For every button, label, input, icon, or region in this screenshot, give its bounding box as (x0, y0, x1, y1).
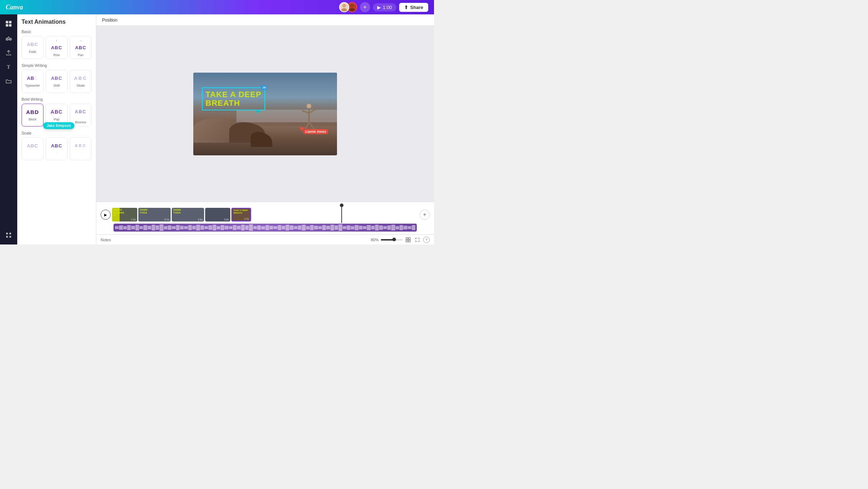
anim-scale1-preview: ABC (27, 141, 38, 151)
cursor-lianne: ▶ Lianne Jones (300, 124, 305, 132)
anim-fade-preview: ABC (27, 39, 38, 49)
clip-2-label: DAWNYOGA (140, 209, 147, 214)
canvas-viewport: JS TAKE A DEEP BREATH ▶ Lianne Jones ▶ (96, 26, 434, 202)
clip-2[interactable]: DAWNYOGA 6.2s (138, 208, 171, 221)
section-simple-writing-label: Simple Writing (22, 63, 92, 68)
anim-skate[interactable]: ABC Skate (70, 70, 92, 93)
sidebar-item-apps[interactable] (2, 229, 15, 242)
play-icon: ▶ (377, 5, 381, 10)
clip-5[interactable]: TAKE A DEEPBREATH 2.2s (231, 208, 251, 221)
clip-1[interactable]: SANTASOLANANI 3.8s (112, 208, 137, 221)
svg-line-20 (309, 122, 315, 129)
canvas-frame: JS TAKE A DEEP BREATH ▶ Lianne Jones ▶ (193, 73, 337, 155)
svg-point-0 (342, 4, 346, 8)
section-bold-writing-label: Bold Writing (22, 97, 92, 101)
clips-row: SANTASOLANANI 3.8s DAWNYOGA 6.2s DAWNYOG… (112, 208, 418, 221)
section-basic-label: Basic (22, 29, 92, 34)
svg-rect-14 (9, 236, 11, 238)
clip-1-label: SANTASOLANANI (114, 209, 124, 217)
basic-animations-grid: ABC Fade ↑ ABC Rise → ABC Pan (22, 36, 92, 59)
clip-2-time: 6.2s (165, 218, 169, 221)
panel-title: Text Animations (22, 19, 92, 25)
add-clip-button[interactable]: + (420, 210, 430, 220)
sidebar-item-text[interactable]: T (2, 60, 15, 73)
sidebar-item-layout[interactable] (2, 17, 15, 30)
svg-rect-12 (9, 233, 11, 234)
anim-pan-preview: ABC (75, 42, 86, 52)
zoom-level: 80% (371, 238, 379, 242)
canvas-area: Position (96, 14, 434, 244)
svg-rect-7 (9, 24, 11, 27)
svg-rect-4 (6, 21, 8, 23)
zoom-slider-thumb (392, 238, 396, 241)
anim-fade-label: Fade (29, 50, 36, 54)
anim-shift[interactable]: ABC Shift (46, 70, 68, 93)
svg-text:T: T (7, 64, 10, 70)
audio-track[interactable] (114, 224, 417, 232)
sidebar-icons: T (0, 14, 17, 244)
anim-fade[interactable]: ABC Fade (22, 36, 43, 59)
cursor-label-lianne: Lianne Jones (303, 129, 328, 134)
play-button[interactable]: ▶ (101, 210, 111, 220)
anim-pan[interactable]: → ABC Pan (70, 36, 92, 59)
jake-tooltip-label: Jake Simpson (43, 122, 74, 129)
sidebar-item-elements[interactable] (2, 32, 15, 45)
svg-point-3 (349, 8, 355, 12)
add-collaborator-button[interactable]: + (360, 2, 370, 12)
position-tab[interactable]: Position (102, 18, 117, 23)
svg-point-1 (341, 8, 347, 12)
anim-pan-label: Pan (78, 53, 83, 57)
anim-typewriter-label: Typewriter (25, 84, 40, 87)
clip-5-time: 2.2s (244, 218, 249, 220)
canvas-topbar: Position (96, 14, 434, 26)
anim-shift-label: Shift (53, 84, 60, 87)
share-label: Share (410, 5, 423, 10)
svg-rect-6 (6, 24, 8, 27)
anim-block-label: Block (28, 118, 36, 121)
sidebar-item-folder[interactable] (2, 75, 15, 88)
help-button[interactable]: ? (423, 237, 430, 243)
svg-rect-11 (6, 233, 8, 234)
sidebar-item-upload[interactable] (2, 46, 15, 59)
anim-block-preview: ABD (26, 107, 39, 117)
svg-rect-24 (408, 240, 410, 242)
anim-typewriter-preview: ABC (27, 73, 38, 83)
play-time-display[interactable]: ▶ 1:00 (373, 3, 396, 12)
fit-view-button[interactable] (405, 236, 412, 243)
anim-typewriter[interactable]: ABC Typewriter (22, 70, 43, 93)
share-button[interactable]: ⬆ Share (399, 3, 428, 12)
anim-shift-preview: ABC (51, 73, 62, 83)
svg-rect-22 (408, 238, 410, 239)
clip-4[interactable]: 3.8s (205, 208, 230, 221)
collaborator-avatars (339, 2, 357, 12)
header-right: + ▶ 1:00 ⬆ Share (339, 2, 428, 12)
cursor-arrow-jake: ▶ (256, 108, 261, 114)
anim-rise[interactable]: ↑ ABC Rise (46, 36, 68, 59)
svg-point-2 (350, 4, 354, 8)
clip-3[interactable]: DAWNYOGA 3.8s (172, 208, 204, 221)
anim-scale1[interactable]: ABC (22, 137, 43, 160)
bottom-bar: Notes 80% ? (96, 234, 434, 244)
anim-rise-preview: ABC (51, 42, 62, 52)
canvas-text-content: TAKE A DEEP BREATH (206, 90, 262, 108)
svg-line-18 (309, 108, 317, 113)
anim-block[interactable]: ABD Block (22, 104, 43, 127)
avatar-user1[interactable] (339, 2, 349, 12)
expand-view-button[interactable] (414, 236, 421, 243)
text-selection-box[interactable]: JS TAKE A DEEP BREATH (202, 87, 265, 110)
clip-5-label: TAKE A DEEPBREATH (234, 209, 248, 214)
svg-line-17 (302, 111, 309, 113)
anim-scale3[interactable]: ABC · · · (70, 137, 92, 160)
share-icon: ⬆ (404, 5, 408, 10)
anim-scale2-preview: ABC (51, 141, 62, 151)
anim-scale3-preview: ABC (75, 141, 87, 151)
zoom-slider[interactable] (381, 239, 402, 241)
svg-point-15 (307, 104, 311, 108)
anim-scale2[interactable]: ABC ~ (46, 137, 68, 160)
clip-3-label: DAWNYOGA (173, 209, 181, 214)
js-badge: JS (261, 85, 267, 90)
notes-label[interactable]: Notes (101, 238, 111, 242)
time-display: 1:00 (383, 5, 392, 10)
main-layout: T Text Animations Basic ABC Fade ↑ ABC R… (0, 14, 434, 244)
playhead-area (114, 205, 430, 207)
